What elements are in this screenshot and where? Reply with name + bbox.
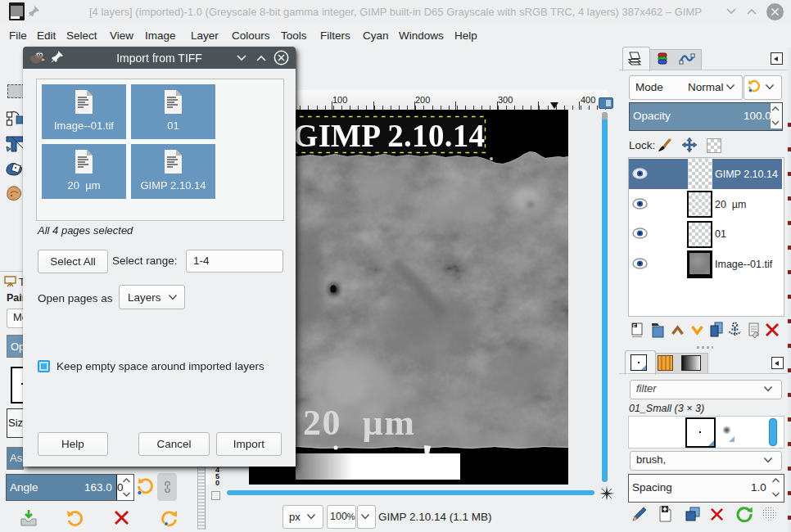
- svg-text:20 µm: 20 µm: [303, 403, 416, 443]
- svg-text:GIMP 2.10.14: GIMP 2.10.14: [293, 118, 485, 153]
- svg-text:F: F: [633, 323, 636, 328]
